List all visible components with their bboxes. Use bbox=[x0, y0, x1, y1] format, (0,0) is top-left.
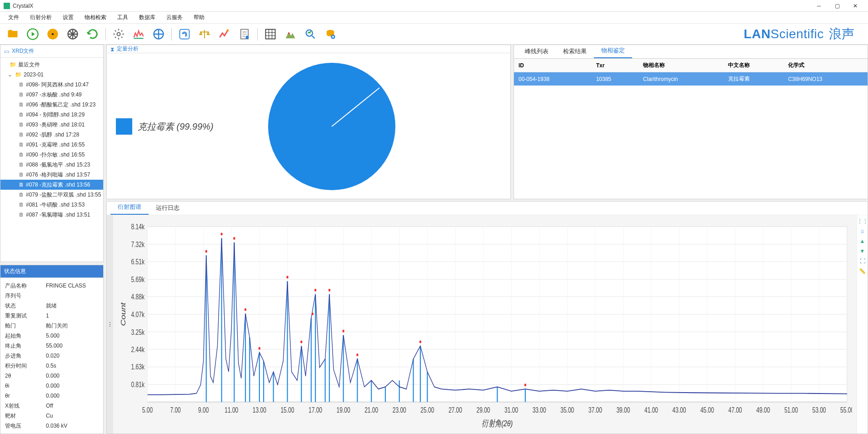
menu-云服务[interactable]: 云服务 bbox=[161, 12, 188, 24]
status-row: 靶材Cu bbox=[5, 411, 99, 421]
radiation-button[interactable] bbox=[45, 26, 61, 42]
svg-point-118 bbox=[259, 347, 260, 350]
grid-button[interactable] bbox=[262, 26, 279, 42]
tree-item[interactable]: 🗎#076 -格列吡嗪 .shd 13:57 bbox=[0, 170, 103, 180]
status-row: 2θ0.000 bbox=[5, 371, 99, 381]
cloud-db-button[interactable] bbox=[322, 26, 339, 42]
svg-point-125 bbox=[356, 353, 358, 356]
chevron-down-icon: ⌄ bbox=[8, 71, 12, 78]
tree-item[interactable]: ⌄📁2023-01 bbox=[0, 70, 103, 80]
svg-text:衍射角(2θ): 衍射角(2θ) bbox=[482, 419, 513, 429]
menu-物相检索[interactable]: 物相检索 bbox=[79, 12, 112, 24]
gear-button[interactable] bbox=[110, 26, 127, 42]
maximize-button[interactable]: ▢ bbox=[828, 0, 846, 12]
file-tree[interactable]: 📁最近文件⌄📁2023-01🗎#098- 阿莫西林.shd 10:47🗎#097… bbox=[0, 58, 103, 262]
tree-item[interactable]: 📁最近文件 bbox=[0, 60, 103, 70]
tab-检索结果[interactable]: 检索结果 bbox=[556, 45, 594, 58]
menu-衍射分析[interactable]: 衍射分析 bbox=[25, 12, 57, 24]
panel-drag-handle[interactable] bbox=[107, 215, 113, 434]
tree-item[interactable]: 🗎#092 -肌醇 .shd 17:28 bbox=[0, 130, 103, 140]
table-cell: 00-054-1938 bbox=[514, 72, 592, 86]
report-button[interactable] bbox=[236, 26, 253, 42]
tab-峰线列表[interactable]: 峰线列表 bbox=[518, 45, 556, 58]
down-arrow-icon[interactable]: ▼ bbox=[858, 247, 867, 255]
tree-item[interactable]: 🗎#081 -牛磺酸 .shd 13:53 bbox=[0, 200, 103, 210]
svg-point-124 bbox=[342, 330, 344, 333]
table-header: 化学式 bbox=[783, 59, 868, 72]
svg-text:45.00: 45.00 bbox=[700, 406, 714, 414]
table-header: ID bbox=[514, 59, 592, 72]
menu-帮助[interactable]: 帮助 bbox=[188, 12, 210, 24]
expand-icon[interactable]: ⋮⋮ bbox=[858, 217, 867, 225]
tree-item[interactable]: 🗎#091 -克霉唑 .shd 16:55 bbox=[0, 140, 103, 150]
tree-item[interactable]: 🗎#093 -奥硝唑 .shd 18:01 bbox=[0, 120, 103, 130]
menu-设置[interactable]: 设置 bbox=[57, 12, 79, 24]
balance-button[interactable] bbox=[196, 26, 213, 42]
status-value: Cu bbox=[46, 413, 53, 419]
tree-item[interactable]: 🗎#096 -醋酸氯己定 .shd 19:23 bbox=[0, 100, 103, 110]
file-icon: 🗎 bbox=[19, 202, 24, 208]
search-chart-button[interactable] bbox=[302, 26, 319, 42]
svg-text:6.51k: 6.51k bbox=[131, 257, 145, 266]
file-icon: 🗎 bbox=[19, 192, 24, 198]
result-tabs: 峰线列表检索结果物相鉴定 bbox=[514, 45, 868, 59]
svg-rect-5 bbox=[134, 38, 144, 39]
up-arrow-icon[interactable]: ▲ bbox=[858, 237, 867, 245]
svg-text:13.00: 13.00 bbox=[253, 406, 266, 414]
tree-item[interactable]: 🗎#094 - 别嘌醇.shd 18:29 bbox=[0, 110, 103, 120]
svg-point-8 bbox=[227, 29, 229, 31]
pie-chart bbox=[264, 61, 400, 192]
home-icon[interactable]: ⌂ bbox=[858, 227, 867, 235]
tree-item[interactable]: 🗎#090 -扑尔敏 .shd 16:55 bbox=[0, 150, 103, 160]
file-icon: 🗎 bbox=[19, 212, 24, 218]
diffraction-chart[interactable]: 0.81k1.63k2.44k3.25k4.07k4.88k5.69k6.51k… bbox=[113, 215, 857, 434]
open-file-button[interactable] bbox=[5, 26, 21, 42]
status-row: 序列号 bbox=[5, 291, 99, 301]
table-row[interactable]: 00-054-193810385Clarithromycin克拉霉素C38H69… bbox=[514, 72, 868, 86]
close-button[interactable]: ✕ bbox=[846, 0, 864, 12]
tree-item[interactable]: 🗎#097 -水杨酸 .shd 9:49 bbox=[0, 90, 103, 100]
trend-button[interactable] bbox=[216, 26, 233, 42]
minimize-button[interactable]: ─ bbox=[810, 0, 828, 12]
status-label: θr bbox=[5, 393, 46, 399]
aperture-button[interactable] bbox=[65, 26, 81, 42]
status-label: 积分时间 bbox=[5, 362, 46, 370]
svg-rect-11 bbox=[266, 29, 275, 39]
file-icon: 🗎 bbox=[19, 121, 24, 128]
spectrum-button[interactable] bbox=[130, 26, 147, 42]
file-icon: 🗎 bbox=[19, 151, 24, 158]
target-button[interactable] bbox=[150, 26, 167, 42]
menu-数据库[interactable]: 数据库 bbox=[134, 12, 161, 24]
svg-point-114 bbox=[205, 250, 207, 252]
file-icon: 🗎 bbox=[19, 101, 24, 108]
status-row: 积分时间0.5s bbox=[5, 361, 99, 371]
svg-text:33.00: 33.00 bbox=[533, 406, 546, 414]
table-header: 物相名称 bbox=[639, 59, 723, 72]
tree-item[interactable]: 🗎#079 -盐酸二甲双胍 .shd 13:55 bbox=[0, 190, 103, 200]
status-row: θi0.000 bbox=[5, 381, 99, 391]
menu-工具[interactable]: 工具 bbox=[112, 12, 134, 24]
chart-tab-运行日志[interactable]: 运行日志 bbox=[149, 201, 187, 215]
tab-物相鉴定[interactable]: 物相鉴定 bbox=[594, 44, 632, 58]
status-table: 产品名称FRINGE CLASS序列号状态就绪重复测试1舱门舱门关闭起始角5.0… bbox=[0, 278, 103, 434]
status-value: 0.020 bbox=[46, 353, 60, 359]
svg-point-119 bbox=[286, 276, 288, 278]
svg-text:53.00: 53.00 bbox=[812, 406, 826, 414]
chart-tab-衍射图谱[interactable]: 衍射图谱 bbox=[110, 200, 149, 215]
svg-text:0.81k: 0.81k bbox=[131, 380, 145, 389]
tree-item[interactable]: 🗎#098- 阿莫西林.shd 10:47 bbox=[0, 80, 103, 90]
svg-text:37.00: 37.00 bbox=[589, 406, 602, 414]
fingerprint-button[interactable] bbox=[176, 26, 193, 42]
menu-文件[interactable]: 文件 bbox=[3, 12, 25, 24]
fit-icon[interactable]: ⛶ bbox=[858, 257, 867, 265]
tree-item[interactable]: 🗎#078 -克拉霉素 .shd 13:56 bbox=[0, 180, 103, 190]
status-value: 0.000 bbox=[46, 383, 60, 389]
tree-item[interactable]: 🗎#088 -氨氯地平 .shd 15:23 bbox=[0, 160, 103, 170]
tree-item[interactable]: 🗎#087 -氢氯噻嗪 .shd 13:51 bbox=[0, 210, 103, 220]
legend-color-box bbox=[116, 118, 132, 135]
file-icon: 🗎 bbox=[19, 182, 24, 188]
ruler-icon[interactable]: 📏 bbox=[858, 267, 867, 275]
refresh-button[interactable] bbox=[85, 26, 101, 42]
play-button[interactable] bbox=[25, 26, 41, 42]
mountain-button[interactable] bbox=[282, 26, 299, 42]
